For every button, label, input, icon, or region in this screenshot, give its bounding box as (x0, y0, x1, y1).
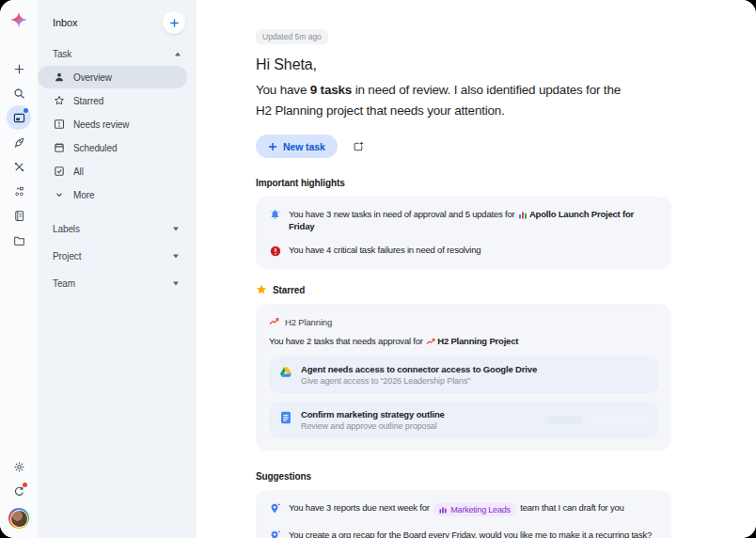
section-labels[interactable]: Labels (38, 215, 195, 243)
section-label: Team (53, 278, 75, 289)
inbox-icon (13, 112, 25, 124)
new-task-button[interactable]: New task (256, 134, 338, 158)
item-label: Scheduled (73, 143, 117, 153)
sparkle-pin-icon (269, 502, 281, 514)
bell-icon (269, 209, 281, 221)
bar-chart-purple-icon (439, 506, 447, 514)
section-project[interactable]: Project (38, 243, 195, 270)
task-subtitle: Review and approve outline proposal (301, 421, 445, 431)
sidebar-item-more[interactable]: More (38, 183, 187, 206)
app-window: Inbox Task Overview Starred Needs review… (0, 0, 756, 538)
task-title: Agent needs access to connector access t… (301, 364, 537, 374)
suggestions-card: You have 3 reports due next week for Mar… (256, 490, 671, 538)
checkbox-icon (53, 166, 65, 178)
star-icon (53, 95, 65, 107)
add-to-list-icon (353, 140, 364, 153)
plus-icon (268, 142, 277, 151)
updates-button[interactable] (7, 479, 31, 503)
starred-header: Starred (256, 284, 756, 295)
notification-dot (24, 108, 28, 113)
suggestion-text: You create a org recap for the Board eve… (289, 530, 652, 538)
hover-actions-ghost (547, 410, 649, 430)
highlight-text: You have 4 critical task failures in nee… (289, 245, 480, 255)
toolbar: New task (256, 134, 756, 158)
updated-badge: Updated 5m ago (256, 29, 328, 44)
tools-button-rail[interactable] (7, 154, 31, 179)
tools-icon (13, 161, 25, 173)
task-text: Confirm marketing strategy outline Revie… (301, 409, 445, 431)
suggestion-row[interactable]: You create a org recap for the Board eve… (269, 530, 658, 538)
item-label: More (73, 190, 94, 200)
address-book-icon (13, 210, 25, 222)
suggestion-row[interactable]: You have 3 reports due next week for Mar… (269, 502, 658, 516)
highlight-row[interactable]: You have 3 new tasks in need of approval… (269, 209, 658, 231)
project-row[interactable]: H2 Planning (269, 316, 658, 328)
suggestion-text: You have 3 reports due next week for Mar… (289, 502, 624, 516)
starred-card: H2 Planning You have 2 tasks that needs … (256, 304, 671, 451)
ghost-confirm-button[interactable] (591, 410, 649, 430)
task-text: Agent needs access to connector access t… (301, 364, 537, 386)
alert-dot (23, 483, 27, 487)
new-button-rail[interactable] (7, 56, 31, 81)
sidebar-item-needs-review[interactable]: Needs review (38, 113, 187, 135)
marketing-leads-chip[interactable]: Marketing Leads (433, 503, 516, 516)
feedback-icon (53, 119, 65, 131)
item-label: Needs review (73, 119, 129, 130)
search-icon (13, 87, 25, 100)
rocket-icon (13, 136, 25, 149)
folder-icon (13, 234, 25, 246)
files-button-rail[interactable] (7, 228, 31, 252)
task-subtitle: Give agent access to “2026 Leadership Pl… (301, 376, 537, 386)
main-content: Updated 5m ago Hi Sheta, You have 9 task… (196, 0, 756, 538)
highlight-row[interactable]: You have 4 critical task failures in nee… (269, 245, 658, 257)
inbox-button-rail[interactable] (7, 105, 31, 130)
user-avatar[interactable] (8, 508, 29, 529)
highlights-card: You have 3 new tasks in need of approval… (256, 197, 671, 269)
highlights-title: Important highlights (256, 178, 756, 188)
item-label: All (73, 166, 84, 177)
google-docs-icon (278, 410, 292, 424)
suggestions-title: Suggestions (256, 471, 756, 482)
sidebar-item-starred[interactable]: Starred (38, 89, 187, 112)
add-to-list-button[interactable] (347, 135, 370, 158)
starred-title: Starred (273, 285, 305, 295)
task-title: Confirm marketing strategy outline (301, 409, 445, 419)
plus-icon (169, 18, 180, 28)
sparkle-pin-icon (269, 530, 281, 538)
section-label: Task (53, 49, 71, 59)
section-team[interactable]: Team (38, 270, 195, 297)
section-task[interactable]: Task (38, 42, 195, 65)
sidebar-item-all[interactable]: All (38, 160, 187, 182)
sidebar-item-scheduled[interactable]: Scheduled (38, 136, 187, 159)
avatar-photo (10, 510, 28, 528)
highlight-text: You have 3 new tasks in need of approval… (289, 209, 658, 231)
summary-text: You have 9 tasks in need of review. I al… (256, 80, 639, 120)
item-label: Starred (73, 96, 103, 106)
ghost-dismiss[interactable] (547, 416, 583, 424)
add-button[interactable] (163, 11, 185, 34)
gemini-logo-icon (10, 11, 27, 28)
calendar-icon (53, 142, 65, 154)
greeting: Hi Sheta, (256, 56, 756, 73)
notes-button-rail[interactable] (7, 203, 31, 228)
line-chart-icon (426, 337, 435, 348)
caret-up-icon (174, 52, 181, 56)
caret-down-icon (172, 281, 180, 286)
plus-icon (13, 63, 25, 75)
section-label: Project (53, 251, 81, 261)
item-label: Overview (73, 72, 112, 83)
error-icon (269, 245, 281, 257)
settings-button[interactable] (7, 454, 31, 479)
rocket-button-rail[interactable] (7, 130, 31, 154)
caret-down-icon (172, 227, 180, 231)
line-chart-icon (269, 316, 279, 328)
search-button-rail[interactable] (7, 81, 31, 105)
section-label: Labels (53, 224, 80, 234)
task-row-drive-access[interactable]: Agent needs access to connector access t… (269, 356, 658, 393)
sidebar-item-overview[interactable]: Overview (38, 66, 187, 88)
caret-down-icon (172, 254, 180, 259)
org-icon (13, 185, 25, 198)
task-row-marketing-outline[interactable]: Confirm marketing strategy outline Revie… (269, 402, 658, 438)
sidebar-title: Inbox (53, 17, 77, 28)
org-button-rail[interactable] (7, 179, 31, 203)
